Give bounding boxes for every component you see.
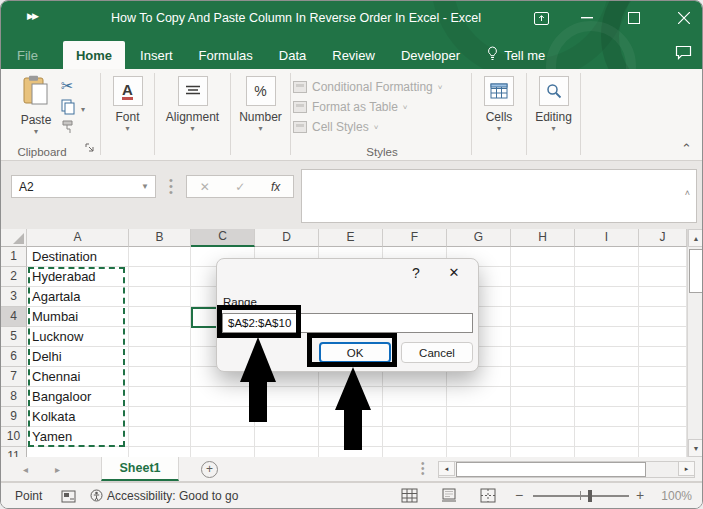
sheet-next-icon[interactable]: ▸ [55,464,60,475]
styles-group-label: Styles [293,146,471,158]
cell-a10[interactable]: Yamen [27,427,129,447]
paste-button[interactable]: Paste ▾ [17,75,55,135]
tab-file[interactable]: File [4,41,51,69]
add-sheet-icon[interactable]: + [201,461,218,478]
alignment-group-button[interactable]: Alignment ▾ [155,69,230,161]
number-icon: % [246,76,276,106]
macro-record-icon[interactable] [61,489,76,507]
normal-view-icon[interactable] [401,488,418,507]
table-row: 9Kolkata [1,407,703,427]
chevron-down-icon: ▾ [231,125,290,132]
cell-a5[interactable]: Lucknow [27,327,129,347]
cut-button[interactable]: ✂ [61,77,74,95]
cut-icon: ✂ [61,77,74,94]
number-group-button[interactable]: % Number ▾ [231,69,290,161]
scroll-left-icon[interactable]: ◂ [438,461,455,476]
font-group-button[interactable]: A Font ▾ [101,69,154,161]
editing-group-button[interactable]: Editing ▾ [527,69,580,161]
zoom-slider[interactable] [533,495,629,497]
cells-group-button[interactable]: Cells ▾ [472,69,526,161]
formula-buttons: ✕ ✓ fx [186,175,294,198]
column-header-e[interactable]: E [319,229,383,247]
horizontal-scrollbar[interactable]: ◂ ▸ [438,461,695,478]
column-header-f[interactable]: F [383,229,447,247]
format-painter-button[interactable] [61,119,76,138]
cell-a8[interactable]: Bangaloor [27,387,129,407]
maximize-icon[interactable] [619,5,649,31]
quick-access-toolbar-icon[interactable]: ▶▶ [27,11,37,21]
cancel-entry-icon[interactable]: ✕ [200,180,210,194]
minimize-icon[interactable] [572,5,602,31]
column-header-a[interactable]: A [27,229,129,247]
cell-a6[interactable]: Delhi [27,347,129,367]
window-title: How To Copy And Paste Column In Reverse … [81,11,511,25]
tab-review[interactable]: Review [319,41,388,69]
cell-a2[interactable]: Hyderabad [27,267,129,287]
sheet-tab-sheet1[interactable]: Sheet1 [101,457,179,481]
zoom-in-icon[interactable]: + [636,487,644,503]
tab-home[interactable]: Home [63,41,125,69]
chevron-down-icon: ▾ [527,125,580,132]
formula-bar-input[interactable]: ˄ [301,169,697,223]
collapse-ribbon-icon[interactable]: ⌃ [681,141,692,156]
font-icon: A [113,76,143,106]
tab-formulas[interactable]: Formulas [186,41,266,69]
cell-a3[interactable]: Agartala [27,287,129,307]
cell-a7[interactable]: Chennai [27,367,129,387]
cell-a9[interactable]: Kolkata [27,407,129,427]
table-row-partial: 11 [1,447,703,457]
cancel-button[interactable]: Cancel [401,342,473,363]
scroll-right-icon[interactable]: ▸ [678,461,695,476]
copy-icon [61,101,75,118]
expand-formula-bar-icon[interactable]: ˄ [685,188,690,198]
zoom-slider-thumb[interactable] [588,490,592,502]
column-header-d[interactable]: D [255,229,319,247]
cell-a1[interactable]: Destination [27,247,129,267]
name-box[interactable]: A2 ▼ [11,175,156,198]
column-header-b[interactable]: B [129,229,191,247]
accessibility-status[interactable]: Accessibility: Good to go [107,489,238,503]
conditional-formatting-button[interactable]: Conditional Formatting ˅ [293,77,471,97]
cell-styles-button[interactable]: Cell Styles ˅ [293,117,471,137]
accessibility-icon[interactable] [89,488,104,507]
column-header-h[interactable]: H [511,229,575,247]
dialog-close-icon[interactable]: ✕ [444,265,464,285]
chevron-down-icon: ▾ [81,106,85,113]
conditional-formatting-icon [293,81,307,93]
column-header-j[interactable]: J [639,229,687,247]
excel-window: ▶▶ How To Copy And Paste Column In Rever… [0,0,703,509]
page-layout-view-icon[interactable] [441,488,457,507]
tell-me[interactable]: Tell me [487,46,545,64]
column-header-c[interactable]: C [191,229,255,247]
tab-developer[interactable]: Developer [388,41,473,69]
tab-data[interactable]: Data [266,41,319,69]
format-painter-icon [61,120,76,137]
ribbon-display-options-icon[interactable] [526,5,556,31]
lightbulb-icon [487,46,498,64]
select-all-corner[interactable] [1,229,27,247]
sheet-prev-icon[interactable]: ◂ [23,464,28,475]
horizontal-scrollbar-thumb[interactable] [456,462,646,477]
dialog-help-button[interactable]: ? [406,265,426,285]
insert-function-icon[interactable]: fx [271,180,280,194]
comment-icon[interactable] [675,45,692,64]
dialog-launcher-icon[interactable] [85,139,95,157]
cell-a4[interactable]: Mumbai [27,307,129,327]
page-break-preview-icon[interactable] [480,488,496,507]
scroll-down-icon[interactable]: ▼ [688,439,703,457]
tab-insert[interactable]: Insert [127,41,186,69]
zoom-level[interactable]: 100% [661,489,692,503]
format-as-table-button[interactable]: Format as Table ˅ [293,97,471,117]
zoom-out-icon[interactable]: − [515,487,523,503]
column-header-i[interactable]: I [575,229,639,247]
enter-entry-icon[interactable]: ✓ [235,180,245,194]
table-row: 10Yamen [1,427,703,447]
zoom-slider-tick [580,491,581,500]
close-icon[interactable] [669,5,699,31]
scroll-up-icon[interactable]: ▲ [688,229,703,247]
ribbon: Paste ▾ ✂ ▾ Clipboard [1,69,703,161]
vertical-scrollbar-thumb[interactable] [689,249,703,293]
copy-button[interactable]: ▾ [61,99,75,119]
column-header-g[interactable]: G [447,229,511,247]
vertical-scrollbar[interactable]: ▲ ▼ [687,229,703,457]
